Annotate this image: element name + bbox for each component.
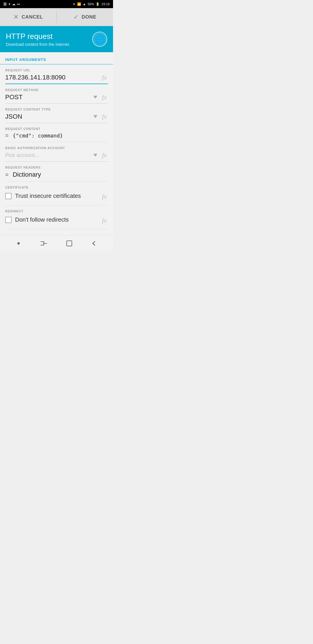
request-url-label: REQUEST URL (5, 68, 108, 72)
section-header-input-arguments: INPUT ARGUMENTS (0, 52, 113, 64)
action-bar: ✕ CANCEL ✓ DONE (0, 8, 113, 26)
cancel-label: CANCEL (22, 14, 43, 20)
basic-auth-row[interactable]: Pick account... fx (5, 151, 108, 162)
request-headers-value: Dictionary (13, 171, 108, 178)
nav-menu-button[interactable] (37, 237, 50, 250)
nav-back-button[interactable] (88, 237, 101, 250)
request-url-row: fx (5, 74, 108, 84)
field-group-request-headers: REQUEST HEADERS = Dictionary (0, 162, 113, 182)
signal-icon: ▲ (83, 2, 86, 6)
certificate-label: CERTIFICATE (5, 186, 108, 189)
certificate-fx-button[interactable]: fx (101, 193, 108, 200)
field-group-request-url: REQUEST URL fx (0, 64, 113, 84)
nav-square-button[interactable] (63, 237, 76, 250)
request-content-type-dropdown-arrow[interactable] (93, 115, 97, 118)
nav-back-icon (91, 240, 98, 247)
basic-auth-label: BASIC AUTHORIZATION ACCOUNT (5, 146, 108, 150)
status-left: 🖼 ✦ ☁ ••• (3, 2, 20, 6)
redirect-fx-button[interactable]: fx (101, 217, 108, 224)
field-group-request-content-type: REQUEST CONTENT TYPE JSON fx (0, 104, 113, 123)
wifi-icon: 📶 (77, 2, 81, 6)
basic-auth-placeholder: Pick account... (5, 152, 91, 158)
trust-cert-checkbox[interactable] (5, 193, 12, 199)
nav-square-icon (66, 240, 72, 247)
bluetooth-icon: ✦ (73, 2, 75, 6)
basic-auth-fx-button[interactable]: fx (101, 151, 108, 159)
nav-dot-icon (17, 242, 20, 245)
redirect-label: REDIRECT (5, 209, 108, 213)
status-bar: 🖼 ✦ ☁ ••• ✦ 📶 ▲ 50% 🔋 23:19 (0, 0, 113, 8)
no-redirect-label: Don't follow redirects (15, 216, 69, 223)
svg-rect-5 (67, 241, 72, 246)
bottom-nav (0, 235, 113, 251)
status-right: ✦ 📶 ▲ 50% 🔋 23:19 (73, 2, 110, 6)
done-button[interactable]: ✓ DONE (57, 8, 113, 26)
request-url-fx-button[interactable]: fx (101, 74, 108, 81)
basic-auth-dropdown-arrow[interactable] (93, 154, 97, 157)
header-title: HTTP request (6, 32, 70, 41)
request-method-value: POST (5, 93, 91, 101)
request-headers-label: REQUEST HEADERS (5, 166, 108, 169)
cloud-icon: ☁ (12, 2, 15, 6)
request-headers-eq-prefix: = (5, 171, 9, 178)
photo-icon: 🖼 (3, 2, 7, 6)
trust-cert-checkbox-row[interactable]: Trust insecure certificates (5, 191, 81, 202)
more-icon: ••• (17, 2, 20, 6)
no-redirect-checkbox[interactable] (5, 217, 12, 223)
cancel-button[interactable]: ✕ CANCEL (0, 8, 57, 26)
field-group-basic-auth: BASIC AUTHORIZATION ACCOUNT Pick account… (0, 142, 113, 162)
check-icon: ✓ (73, 13, 79, 21)
field-group-request-method: REQUEST METHOD POST fx (0, 84, 113, 104)
request-content-type-fx-button[interactable]: fx (101, 113, 108, 120)
time-display: 23:19 (101, 2, 110, 6)
sync-icon: ✦ (8, 2, 11, 6)
field-group-redirect: REDIRECT Don't follow redirects fx (0, 205, 113, 229)
header-banner: HTTP request Download content from the i… (0, 26, 113, 52)
request-method-row[interactable]: POST fx (5, 93, 108, 104)
field-group-certificate: CERTIFICATE Trust insecure certificates … (0, 182, 113, 205)
request-content-type-label: REQUEST CONTENT TYPE (5, 108, 108, 111)
header-subtitle: Download content from the internet. (6, 42, 70, 47)
request-url-input[interactable] (5, 74, 99, 81)
no-redirect-checkbox-row[interactable]: Don't follow redirects (5, 215, 69, 226)
done-label: DONE (81, 14, 96, 20)
request-content-label: REQUEST CONTENT (5, 127, 108, 131)
nav-dot-button[interactable] (12, 237, 25, 250)
globe-icon: 🌐 (92, 32, 107, 47)
request-method-fx-button[interactable]: fx (101, 93, 108, 101)
field-group-request-content: REQUEST CONTENT = {"cmd": command} (0, 123, 113, 142)
header-text: HTTP request Download content from the i… (6, 32, 70, 47)
request-content-type-row[interactable]: JSON fx (5, 113, 108, 123)
request-method-label: REQUEST METHOD (5, 88, 108, 92)
request-content-type-value: JSON (5, 113, 91, 120)
bottom-spacer (0, 229, 113, 235)
eq-prefix: = (5, 132, 9, 139)
nav-menu-icon (40, 240, 48, 246)
battery-percent: 50% (88, 2, 94, 6)
trust-cert-label: Trust insecure certificates (15, 193, 81, 199)
request-content-row[interactable]: = {"cmd": command} (5, 132, 108, 142)
request-method-dropdown-arrow[interactable] (93, 96, 97, 99)
content-area: INPUT ARGUMENTS REQUEST URL fx REQUEST M… (0, 52, 113, 235)
request-content-value: {"cmd": command} (13, 133, 108, 139)
request-headers-row[interactable]: = Dictionary (5, 171, 108, 182)
x-icon: ✕ (13, 13, 19, 21)
battery-icon: 🔋 (96, 2, 100, 6)
